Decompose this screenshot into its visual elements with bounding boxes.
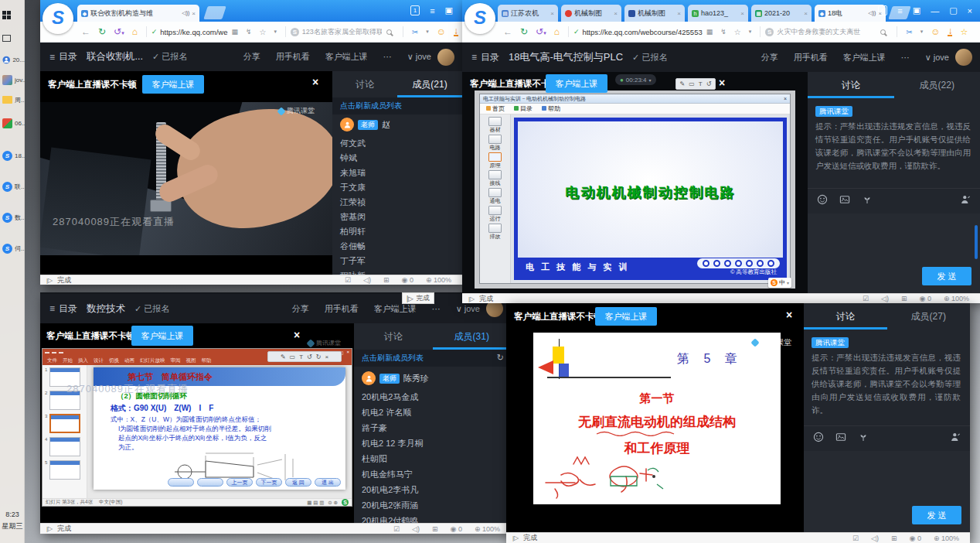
nav-button[interactable]: 退 出 [315,478,341,487]
home-icon[interactable]: ⌂ [554,26,560,37]
minimize-icon[interactable]: — [931,6,939,15]
ribbon-tab[interactable]: 切换 [109,357,119,364]
scrollbar[interactable] [975,225,978,259]
shield-check-icon[interactable]: ☑ [852,534,859,542]
speaker-icon[interactable]: ◁) [881,295,889,302]
zoom-level[interactable]: ⊕ 100% [944,295,969,302]
browser-tab[interactable]: ▦ 2021-20 × [751,5,812,22]
watch-on-phone-button[interactable]: 用手机看 [325,303,359,315]
user-menu[interactable]: ∨ jove [925,53,949,63]
tab-count-badge[interactable]: 1 [410,5,420,15]
ribbon-tab[interactable]: 幻灯片放映 [140,357,165,364]
emoji-icon[interactable] [817,194,828,208]
nav-button[interactable]: 下一页 [256,478,282,487]
nav-button[interactable] [197,478,223,487]
favorites-star-icon[interactable]: ☆ [960,27,968,37]
more-icon[interactable]: ⋯ [432,304,441,314]
tab-members[interactable]: 成员(21) [397,71,462,97]
bookmark-star-icon[interactable]: ☆ [260,28,267,36]
flower-icon[interactable] [862,194,873,208]
skin-icon[interactable]: ▣ [445,5,453,15]
taskbar-item[interactable]: jov... [0,73,25,87]
client-class-banner-button[interactable]: 客户端上课 [546,74,607,93]
playback-controls[interactable] [697,258,780,268]
user-menu[interactable]: ∨ jove [407,52,431,62]
catalog-label[interactable]: 目录 [481,51,499,64]
pen-icon[interactable]: ✎ [680,80,686,87]
live-video-area[interactable]: —▢× 文件 开始 插入 设计 切换 动画 幻灯片放映 审阅 视图 帮助 1 2 [40,323,354,523]
tab-members[interactable]: 成员(22) [894,72,980,98]
menu-icon[interactable]: ≡ [430,6,434,15]
speaker-icon[interactable]: ◁) [363,276,371,284]
live-video-area[interactable]: 第 5 章 第一节 无刷直流电动机的组成结构 和工作原理 [506,303,804,532]
sidebar-item[interactable]: 电路 [488,135,502,152]
redo-icon[interactable]: ↻ [316,353,322,360]
address-bar[interactable]: https://ke.qq.com/we [160,28,227,36]
watch-on-phone-button[interactable]: 用手机看 [276,51,310,63]
sidebar-item-active[interactable]: 原理 [488,152,502,169]
undo-icon[interactable]: ↺ [706,80,712,87]
scissors-icon[interactable]: ✂ [412,28,418,36]
close-icon[interactable]: × [784,96,787,101]
tab-members[interactable]: 成员(27) [887,303,971,330]
speaker-icon[interactable]: ◁) [871,534,879,542]
ribbon-tab[interactable]: 设计 [94,357,104,364]
client-class-banner-button[interactable]: 客户端上课 [142,75,204,94]
close-icon[interactable]: × [719,77,725,89]
ribbon-tab[interactable]: 开始 [63,357,73,364]
ribbon-tab[interactable]: 动画 [124,357,134,364]
tab-close-icon[interactable]: × [677,10,681,17]
search-box[interactable]: 123名旅客家属全部取得联系 [302,27,382,37]
taskbar-item[interactable]: 20... [0,53,25,67]
capture-icon[interactable]: ⊞ [432,525,438,533]
taskbar-item[interactable]: S数... [0,210,25,224]
tab-discussion[interactable]: 讨论 [354,323,433,350]
search-icon[interactable] [880,29,886,35]
apps-grid-icon[interactable]: ▦ [231,28,238,36]
client-class-button[interactable]: 客户端上课 [843,52,886,63]
clock-time[interactable]: 8:23 [0,511,25,518]
taskbar-item[interactable]: 06.... [0,116,25,130]
tab-discussion[interactable]: 讨论 [332,71,397,97]
chevron-down-icon[interactable]: ▾ [426,29,429,35]
task-view-button[interactable] [0,31,25,45]
close-icon[interactable]: × [325,353,328,360]
zoom-level[interactable]: ⊕ 100% [934,534,959,542]
catalog-menu-icon[interactable]: ≡ [49,303,55,314]
nav-button[interactable]: 返 回 [285,478,311,487]
raise-hand-icon[interactable] [960,194,971,208]
clock-weekday[interactable]: 星期三 [0,521,25,531]
close-icon[interactable]: × [346,350,349,355]
tab-close-icon[interactable]: × [740,10,744,17]
text-tool-icon[interactable]: T [699,80,703,87]
nav-button[interactable] [168,478,194,487]
client-class-banner-button[interactable]: 客户端上课 [131,326,193,346]
tab-count-badge[interactable]: 6 [878,5,887,15]
pen-icon[interactable]: ✎ [281,353,286,360]
address-bar[interactable]: https://ke.qq.com/webcourse/425553 [582,28,702,36]
home-icon[interactable]: ⌂ [132,26,138,37]
thumbnail[interactable]: 4 [45,437,87,456]
close-icon[interactable]: × [968,6,972,15]
speaker-icon[interactable]: ◁) [412,525,420,533]
ime-indicator[interactable]: S中▾ [768,278,791,288]
browser-tab[interactable]: 机械制图 × [624,5,685,22]
chevron-down-icon[interactable]: ▾ [649,77,652,83]
watch-on-phone-button[interactable]: 用手机看 [794,52,828,63]
shield-check-icon[interactable]: ☑ [345,276,351,284]
send-button[interactable]: 发 送 [912,506,961,524]
close-icon[interactable]: × [786,309,792,321]
tab-close-icon[interactable]: × [550,10,554,17]
avatar[interactable] [955,49,972,66]
flower-icon[interactable] [858,432,869,446]
more-icon[interactable]: ⋯ [383,52,392,62]
sidebar-item[interactable]: 接线 [488,170,502,187]
browser-tab[interactable]: 机械制图 × [561,5,621,22]
undo-icon[interactable]: ↺▾ [114,26,124,37]
client-class-button[interactable]: 客户端上课 [374,303,417,315]
tab-close-icon[interactable]: × [192,10,196,17]
sidebar-item[interactable]: 运行 [488,206,502,223]
client-class-button[interactable]: 客户端上课 [325,51,368,63]
browser-tab-active[interactable]: ◆ 18电 ◁)) × [815,5,886,22]
chevron-down-icon[interactable]: ▾ [920,29,924,35]
